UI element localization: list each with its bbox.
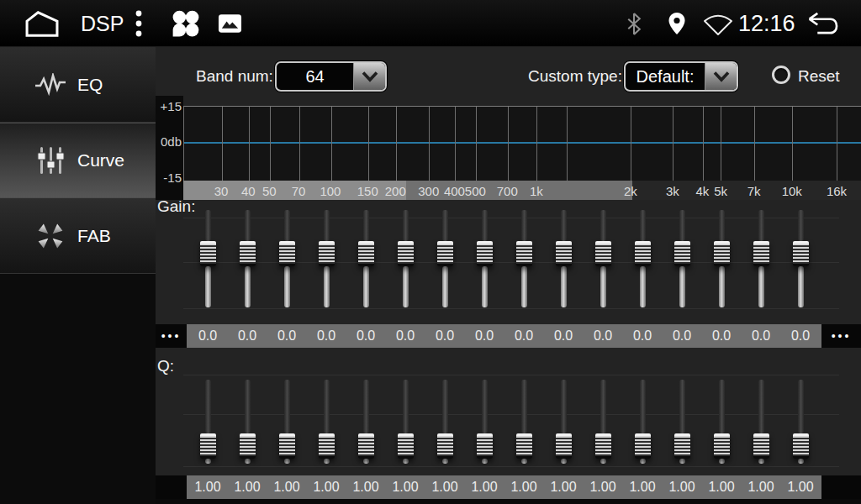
- q-slider[interactable]: [437, 380, 453, 464]
- slider-thumb[interactable]: [200, 241, 216, 266]
- slider-thumb[interactable]: [793, 241, 809, 266]
- chevron-down-icon: [705, 63, 737, 90]
- home-icon[interactable]: [22, 9, 62, 41]
- q-slider[interactable]: [279, 380, 295, 464]
- gain-slider[interactable]: [595, 210, 611, 307]
- q-slider[interactable]: [714, 380, 730, 464]
- slider-thumb[interactable]: [358, 241, 374, 266]
- q-slider[interactable]: [674, 380, 690, 464]
- slider-thumb[interactable]: [556, 241, 572, 266]
- freq-gridline: [631, 107, 631, 181]
- q-slider[interactable]: [595, 380, 611, 464]
- gain-slider[interactable]: [714, 210, 730, 307]
- slider-thumb[interactable]: [556, 433, 572, 459]
- slider-track-upper: [324, 210, 330, 241]
- slider-thumb[interactable]: [674, 433, 690, 459]
- slider-thumb[interactable]: [240, 433, 256, 459]
- gain-slider[interactable]: [556, 210, 572, 307]
- slider-thumb[interactable]: [714, 241, 730, 266]
- gain-slider[interactable]: [793, 210, 809, 307]
- gain-slider[interactable]: [477, 210, 493, 307]
- reset-radio[interactable]: [772, 66, 790, 84]
- eq-plot[interactable]: [183, 106, 861, 181]
- freq-gridline: [270, 107, 271, 181]
- band-num-value: 64: [277, 63, 353, 90]
- slider-track-lower: [245, 459, 251, 464]
- slider-thumb[interactable]: [753, 433, 769, 459]
- slider-thumb[interactable]: [319, 433, 335, 459]
- slider-thumb[interactable]: [635, 241, 651, 266]
- sidebar-item-eq[interactable]: EQ: [0, 47, 156, 123]
- location-icon: [668, 12, 686, 39]
- gain-slider[interactable]: [200, 210, 216, 307]
- gain-slider[interactable]: [358, 210, 374, 307]
- freq-gridline: [249, 107, 250, 181]
- gain-slider[interactable]: [240, 210, 256, 307]
- q-slider[interactable]: [477, 380, 493, 464]
- gallery-icon[interactable]: [218, 13, 242, 37]
- sidebar-item-fab[interactable]: FAB: [0, 198, 156, 274]
- scroll-right-button[interactable]: [821, 475, 861, 499]
- slider-thumb[interactable]: [516, 433, 532, 459]
- freq-tick-label: 70: [292, 183, 306, 197]
- q-slider[interactable]: [398, 380, 414, 464]
- q-slider[interactable]: [240, 380, 256, 464]
- apps-icon[interactable]: [170, 8, 202, 44]
- slider-track-lower: [284, 459, 290, 464]
- gain-slider[interactable]: [279, 210, 295, 307]
- back-icon[interactable]: [806, 11, 844, 40]
- slider-thumb[interactable]: [200, 433, 216, 459]
- q-slider[interactable]: [358, 380, 374, 464]
- slider-thumb[interactable]: [753, 241, 769, 266]
- freq-tick-label: 50: [262, 183, 277, 197]
- slider-thumb[interactable]: [477, 241, 493, 266]
- q-slider[interactable]: [200, 380, 216, 464]
- q-slider[interactable]: [793, 380, 809, 464]
- slider-thumb[interactable]: [477, 433, 493, 459]
- q-slider[interactable]: [635, 380, 651, 464]
- fader-cross-icon: [34, 221, 67, 251]
- slider-thumb[interactable]: [398, 433, 414, 459]
- gain-slider[interactable]: [319, 210, 335, 307]
- scroll-right-button[interactable]: •••: [821, 324, 861, 348]
- sidebar-item-curve[interactable]: Curve: [0, 123, 156, 198]
- slider-thumb[interactable]: [714, 433, 730, 459]
- slider-thumb[interactable]: [279, 241, 295, 266]
- slider-thumb[interactable]: [319, 241, 335, 266]
- scroll-left-button[interactable]: •••: [156, 324, 187, 348]
- slider-thumb[interactable]: [240, 241, 256, 266]
- q-slider[interactable]: [556, 380, 572, 464]
- slider-thumb[interactable]: [516, 241, 532, 266]
- slider-thumb[interactable]: [595, 433, 611, 459]
- slider-track-upper: [521, 380, 527, 433]
- gain-slider[interactable]: [516, 210, 532, 307]
- grid-line: [183, 466, 839, 467]
- q-slider[interactable]: [319, 380, 335, 464]
- slider-track-lower: [403, 459, 409, 464]
- overflow-menu-icon[interactable]: [135, 9, 143, 41]
- bottom-bar: [156, 499, 861, 504]
- slider-track-upper: [600, 210, 606, 241]
- q-slider[interactable]: [516, 380, 532, 464]
- slider-thumb[interactable]: [437, 241, 453, 266]
- gain-slider[interactable]: [753, 210, 769, 307]
- slider-thumb[interactable]: [674, 241, 690, 266]
- page-title: DSP: [81, 0, 124, 47]
- gain-value: 0.0: [673, 324, 691, 348]
- q-slider[interactable]: [753, 380, 769, 464]
- gain-slider[interactable]: [437, 210, 453, 307]
- gain-slider[interactable]: [674, 210, 690, 307]
- slider-thumb[interactable]: [437, 433, 453, 459]
- band-num-dropdown[interactable]: 64: [275, 61, 387, 92]
- scroll-left-button[interactable]: [156, 475, 187, 499]
- custom-type-dropdown[interactable]: Default:: [624, 61, 738, 92]
- slider-thumb[interactable]: [358, 433, 374, 459]
- gain-slider[interactable]: [635, 210, 651, 307]
- slider-thumb[interactable]: [279, 433, 295, 459]
- slider-track-lower: [521, 266, 527, 307]
- gain-slider[interactable]: [398, 210, 414, 307]
- slider-thumb[interactable]: [595, 241, 611, 266]
- slider-thumb[interactable]: [635, 433, 651, 459]
- slider-thumb[interactable]: [793, 433, 809, 459]
- slider-thumb[interactable]: [398, 241, 414, 266]
